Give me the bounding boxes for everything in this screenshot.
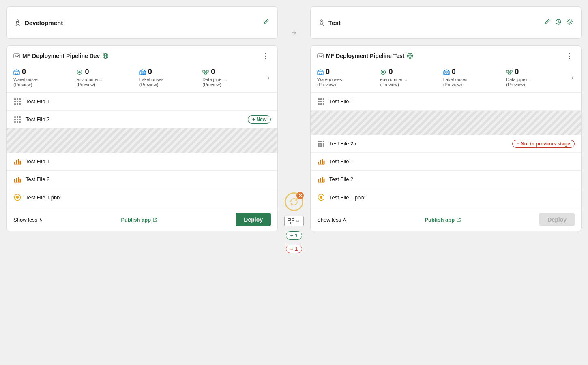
svg-rect-21 <box>20 179 21 182</box>
dev-file-name-5: Test File 1.pbix <box>26 194 271 201</box>
svg-point-24 <box>16 196 19 199</box>
development-pipeline-card: MF Deployment Pipeline Dev ⋮ <box>6 45 278 231</box>
svg-rect-7 <box>140 71 146 75</box>
svg-rect-13 <box>14 162 15 164</box>
test-stage-icons <box>543 18 574 28</box>
dev-hatched-area <box>7 128 277 153</box>
test-stage-card: Test <box>310 6 582 39</box>
development-edit-button[interactable] <box>262 18 270 28</box>
svg-rect-46 <box>322 159 323 164</box>
external-link-icon <box>152 217 157 222</box>
dev-stats-chevron[interactable]: › <box>266 73 271 83</box>
compare-button[interactable] <box>284 216 304 226</box>
test-pipeline-header: MF Deployment Pipeline Test ⋮ <box>311 46 581 64</box>
dev-deploy-button[interactable]: Deploy <box>236 213 271 226</box>
dev-publish-app-button[interactable]: Publish app <box>121 217 157 223</box>
environment-stat-icon <box>76 69 83 75</box>
svg-rect-26 <box>292 219 294 221</box>
compare-chevron-icon <box>295 219 300 224</box>
dev-file-name-2: Test File 2 <box>26 116 244 122</box>
development-title: Development <box>25 19 63 26</box>
dev-file-item-1: Test File 1 <box>7 93 277 111</box>
middle-connector: ✕ + 1 − 1 <box>278 6 310 253</box>
network-icon <box>102 53 109 59</box>
dev-datapipeline-count: 0 <box>202 68 215 76</box>
development-pipeline-title: MF Deployment Pipeline Dev <box>13 53 109 59</box>
dev-stat-environment: 0 environmen... (Preview) <box>76 68 137 88</box>
dev-card-footer: Show less ∧ Publish app Deploy <box>7 208 277 231</box>
dev-file-item-5: Test File 1.pbix <box>7 188 277 206</box>
svg-rect-35 <box>320 73 321 75</box>
test-stats-row: 0 Warehouses (Preview) 0 <box>311 64 581 92</box>
test-pipeline-title-icon <box>317 53 324 59</box>
test-file-item-2a: Test File 2a − Not in previous stage <box>311 135 581 153</box>
dev-pbix-icon <box>13 193 21 201</box>
svg-rect-40 <box>447 73 448 75</box>
svg-rect-11 <box>206 70 208 72</box>
svg-rect-18 <box>14 179 15 182</box>
svg-rect-50 <box>320 178 321 182</box>
test-settings-button[interactable] <box>566 18 574 28</box>
warehouse-stat-icon <box>13 69 20 75</box>
diff-added-badge: + 1 <box>286 231 302 240</box>
test-bar-icon-2 <box>317 175 325 184</box>
test-publish-app-button[interactable]: Publish app <box>425 217 461 223</box>
test-file-item-1: Test File 1 <box>311 93 581 111</box>
compare-grid-icon <box>288 218 294 224</box>
rocket-icon <box>14 19 21 26</box>
svg-point-31 <box>569 21 571 23</box>
test-file-item-5: Test File 1.pbix <box>311 188 581 206</box>
test-stage-title: Test <box>318 19 341 26</box>
test-edit-button[interactable] <box>543 18 551 28</box>
test-history-button[interactable] <box>554 18 562 28</box>
dev-pipeline-name: MF Deployment Pipeline Dev <box>22 53 100 59</box>
svg-rect-4 <box>16 73 17 75</box>
lakehouse-stat-icon <box>139 69 146 75</box>
dev-lakehouse-count: 0 <box>139 68 152 76</box>
pipeline-title-icon <box>13 53 20 59</box>
dev-file-name-1: Test File 1 <box>26 98 271 105</box>
dev-environment-count: 0 <box>76 68 89 76</box>
test-pipeline-name: MF Deployment Pipeline Test <box>326 53 404 59</box>
svg-rect-41 <box>506 70 509 72</box>
svg-rect-38 <box>444 71 449 75</box>
svg-rect-14 <box>16 160 17 164</box>
test-external-link-icon <box>456 217 461 222</box>
dev-warehouse-count: 0 <box>13 68 26 76</box>
test-stat-environment: 0 environmen... (Preview) <box>380 68 441 88</box>
svg-rect-8 <box>141 73 142 75</box>
test-stats-chevron[interactable]: › <box>569 73 575 83</box>
test-show-less-button[interactable]: Show less ∧ <box>317 217 346 223</box>
test-file-item-3: Test File 1 <box>311 153 581 171</box>
dev-file-name-3: Test File 1 <box>26 158 271 164</box>
dev-bar-icon-1 <box>13 158 21 166</box>
test-file-name-4: Test File 2 <box>329 176 575 182</box>
dev-file-icon-2 <box>13 115 21 124</box>
dev-pipeline-more-button[interactable]: ⋮ <box>260 51 271 60</box>
svg-rect-43 <box>509 73 511 74</box>
test-pipeline-card: MF Deployment Pipeline Test ⋮ <box>310 45 582 231</box>
test-stat-warehouse: 0 Warehouses (Preview) <box>317 68 378 88</box>
svg-rect-27 <box>288 222 291 224</box>
svg-rect-12 <box>205 73 207 74</box>
test-file-icon-1 <box>317 98 325 106</box>
development-stage-icons <box>262 18 270 28</box>
test-title: Test <box>328 19 341 26</box>
test-warehouse-stat-icon <box>317 69 324 75</box>
test-rocket-icon <box>318 19 325 26</box>
svg-point-29 <box>321 21 322 23</box>
test-pipeline-title: MF Deployment Pipeline Test <box>317 53 413 59</box>
svg-rect-25 <box>288 219 291 221</box>
dev-bar-icon-2 <box>13 175 21 184</box>
test-pipeline-more-button[interactable]: ⋮ <box>564 51 575 60</box>
dev-show-less-button[interactable]: Show less ∧ <box>13 217 43 223</box>
svg-rect-49 <box>318 179 319 182</box>
test-deploy-button: Deploy <box>539 213 575 226</box>
svg-rect-39 <box>445 73 446 75</box>
sync-error-icon: ✕ <box>296 192 304 199</box>
dev-file-name-4: Test File 2 <box>26 176 271 182</box>
test-card-footer: Show less ∧ Publish app Deploy <box>311 208 581 231</box>
pipeline-connector: ✕ + 1 − 1 <box>284 192 304 253</box>
test-bar-icon-1 <box>317 158 325 166</box>
test-stat-datapipeline: 0 Data pipeli... (Preview) <box>506 68 567 88</box>
